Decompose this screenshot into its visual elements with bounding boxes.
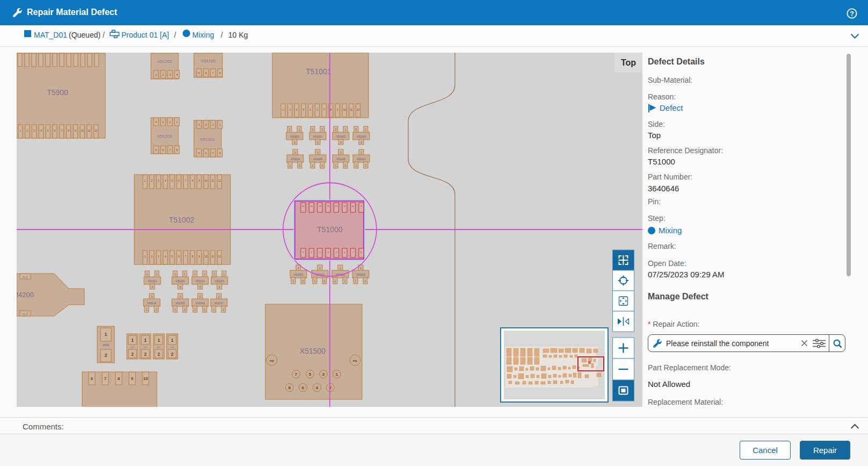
- svg-text:3: 3: [179, 295, 181, 298]
- svg-text:mp: mp: [270, 359, 274, 362]
- svg-text:V51003: V51003: [356, 273, 365, 276]
- svg-text:3: 3: [298, 267, 299, 270]
- svg-text:1: 1: [184, 273, 186, 276]
- svg-text:1: 1: [356, 164, 357, 167]
- svg-text:3: 3: [179, 285, 181, 289]
- svg-text:11: 11: [212, 255, 214, 258]
- svg-text:1: 1: [293, 279, 294, 283]
- svg-text:2: 2: [104, 353, 107, 358]
- svg-text:V51200: V51200: [201, 59, 216, 63]
- svg-text:2: 2: [312, 128, 314, 131]
- svg-text:3: 3: [317, 141, 319, 144]
- svg-text:4: 4: [316, 385, 319, 390]
- svg-text:3: 3: [218, 295, 220, 298]
- svg-text:9: 9: [131, 376, 134, 381]
- svg-text:3: 3: [294, 151, 296, 154]
- svg-text:V51013: V51013: [215, 279, 224, 283]
- svg-text:2: 2: [204, 308, 206, 311]
- svg-text:12: 12: [218, 255, 221, 258]
- svg-text:m_3: m_3: [23, 276, 28, 278]
- svg-text:2: 2: [184, 308, 186, 311]
- svg-text:1: 1: [171, 338, 173, 343]
- svg-text:2: 2: [322, 164, 323, 167]
- svg-text:1: 1: [104, 332, 107, 337]
- svg-text:2: 2: [147, 273, 148, 276]
- svg-text:2: 2: [356, 128, 357, 131]
- svg-text:V51005: V51005: [313, 157, 322, 161]
- svg-text:1: 1: [194, 308, 196, 311]
- svg-text:V51006: V51006: [336, 157, 345, 161]
- svg-text:T51001: T51001: [306, 67, 331, 76]
- svg-text:2: 2: [365, 279, 366, 283]
- svg-text:1: 1: [131, 338, 134, 343]
- svg-text:2: 2: [324, 279, 326, 283]
- svg-text:vvv: vvv: [157, 346, 161, 348]
- svg-text:10: 10: [205, 180, 208, 182]
- svg-text:1: 1: [314, 279, 316, 283]
- svg-text:2: 2: [144, 352, 147, 357]
- svg-text:11: 11: [350, 109, 353, 111]
- svg-text:1: 1: [336, 372, 338, 377]
- svg-text:3: 3: [360, 267, 361, 270]
- svg-text:10: 10: [343, 109, 346, 111]
- svg-text:V51016: V51016: [196, 302, 205, 305]
- svg-text:1: 1: [223, 273, 225, 276]
- svg-text:10: 10: [143, 376, 148, 381]
- svg-text:V51003: V51003: [357, 135, 366, 138]
- svg-text:3: 3: [340, 151, 342, 154]
- svg-text:2: 2: [171, 352, 173, 357]
- svg-text:V51015: V51015: [176, 302, 185, 305]
- svg-text:2: 2: [131, 352, 134, 357]
- svg-text:12: 12: [218, 180, 221, 182]
- svg-text:V51010: V51010: [148, 279, 157, 283]
- svg-text:3: 3: [319, 267, 321, 270]
- svg-text:1: 1: [299, 128, 300, 131]
- svg-text:V5200: V5200: [102, 344, 110, 347]
- svg-text:X51500: X51500: [300, 347, 326, 355]
- svg-text:11: 11: [88, 130, 91, 132]
- svg-text:1: 1: [322, 128, 323, 131]
- svg-text:1: 1: [146, 308, 148, 311]
- svg-text:3: 3: [151, 295, 153, 298]
- svg-text:15: 15: [310, 205, 313, 207]
- svg-text:2: 2: [299, 164, 301, 167]
- svg-text:10: 10: [81, 130, 84, 132]
- svg-text:7: 7: [295, 372, 298, 377]
- svg-text:2: 2: [302, 279, 304, 283]
- svg-text:1: 1: [335, 279, 336, 283]
- svg-text:8: 8: [288, 385, 291, 390]
- svg-text:2: 2: [194, 273, 196, 276]
- svg-text:vvv: vvv: [171, 346, 174, 348]
- svg-text:1: 1: [157, 338, 160, 343]
- svg-text:3: 3: [340, 141, 342, 144]
- svg-text:2: 2: [289, 128, 291, 131]
- svg-text:1: 1: [156, 273, 158, 276]
- svg-text:1: 1: [175, 308, 176, 311]
- svg-text:T5900: T5900: [47, 88, 68, 97]
- svg-text:2: 2: [365, 164, 367, 167]
- svg-text:vvv: vvv: [131, 346, 134, 348]
- svg-text:13: 13: [327, 205, 329, 207]
- svg-text:vvv: vvv: [144, 346, 147, 348]
- svg-text:2: 2: [335, 128, 337, 131]
- svg-text:10: 10: [205, 255, 208, 258]
- svg-text:V51000: V51000: [290, 135, 299, 138]
- svg-text:2: 2: [345, 164, 346, 167]
- svg-text:2: 2: [157, 352, 160, 357]
- svg-text:V51011: V51011: [176, 279, 185, 283]
- svg-text:6: 6: [302, 385, 305, 390]
- svg-text:V51202: V51202: [157, 59, 172, 64]
- svg-text:M4200: M4200: [17, 291, 34, 299]
- svg-text:V51002: V51002: [336, 135, 345, 138]
- svg-text:3: 3: [360, 151, 362, 154]
- svg-text:2: 2: [223, 308, 225, 311]
- svg-text:3: 3: [199, 285, 201, 289]
- svg-text:V51017: V51017: [214, 302, 223, 305]
- svg-text:V51004: V51004: [291, 157, 300, 161]
- svg-text:3: 3: [339, 267, 341, 270]
- svg-text:Top: Top: [621, 58, 636, 67]
- svg-text:T51000: T51000: [317, 225, 343, 234]
- svg-text:7: 7: [104, 376, 107, 381]
- svg-text:V51000: V51000: [294, 273, 303, 276]
- svg-text:1: 1: [204, 273, 206, 276]
